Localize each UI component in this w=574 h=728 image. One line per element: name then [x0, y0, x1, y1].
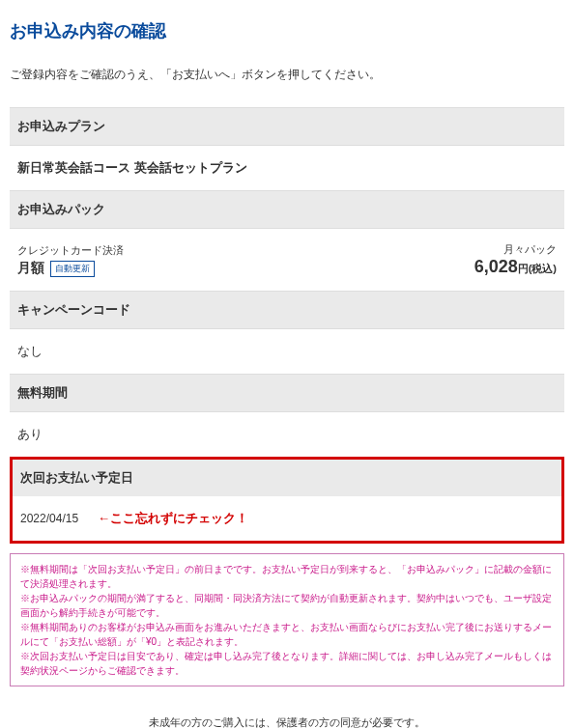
plan-header: お申込みプラン [10, 107, 564, 146]
pack-row: クレジットカード決済 月額 自動更新 月々パック 6,028円(税込) [10, 229, 564, 291]
payment-method: クレジットカード決済 [17, 243, 124, 258]
next-payment-body: 2022/04/15 ←ここ忘れずにチェック！ [10, 496, 564, 544]
consent-title: 未成年の方のご購入には、保護者の方の同意が必要です。 [10, 715, 564, 728]
notice-box: ※無料期間は「次回お支払い予定日」の前日までです。お支払い予定日が到来すると、「… [10, 553, 564, 686]
next-payment-date: 2022/04/15 [20, 512, 78, 525]
plan-name: 新日常英会話コース 英会話セットプラン [10, 146, 564, 190]
notice-line: ※次回お支払い予定日は目安であり、確定は申し込み完了後となります。詳細に関しては… [20, 649, 554, 678]
instruction-text: ご登録内容をご確認のうえ、「お支払いへ」ボタンを押してください。 [10, 67, 564, 83]
free-period-header: 無料期間 [10, 374, 564, 412]
page-title: お申込み内容の確認 [10, 19, 564, 42]
pack-price: 6,028 [474, 257, 518, 276]
red-annotation: ←ここ忘れずにチェック！ [98, 510, 248, 527]
next-payment-header: 次回お支払い予定日 [10, 457, 564, 496]
auto-renew-badge: 自動更新 [50, 261, 95, 277]
notice-line: ※無料期間は「次回お支払い予定日」の前日までです。お支払い予定日が到来すると、「… [20, 562, 554, 591]
campaign-value: なし [10, 329, 564, 374]
pack-header: お申込みパック [10, 190, 564, 229]
pack-price-suffix: 円(税込) [518, 263, 557, 274]
campaign-header: キャンペーンコード [10, 291, 564, 329]
notice-line: ※無料期間ありのお客様がお申込み画面をお進みいただきますと、お支払い画面ならびに… [20, 620, 554, 649]
monthly-label: 月額 [17, 260, 44, 277]
pack-type: 月々パック [474, 242, 557, 257]
notice-line: ※お申込みパックの期間が満了すると、同期間・同決済方法にて契約が自動更新されます… [20, 591, 554, 620]
free-period-value: あり [10, 412, 564, 457]
